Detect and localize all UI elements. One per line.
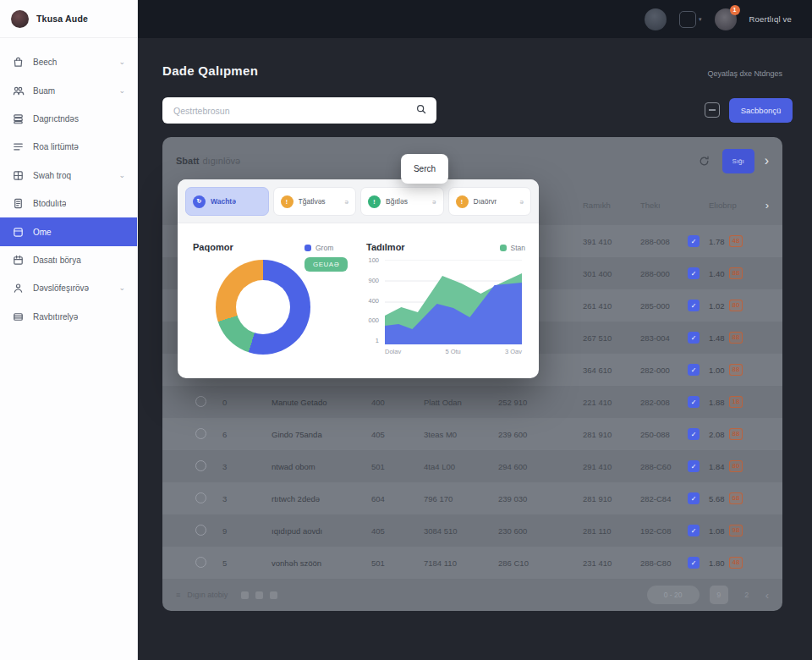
- column-header: Ramıkh: [583, 201, 640, 210]
- notification-badge: 1: [730, 5, 740, 15]
- create-button[interactable]: Sacbbonçü: [729, 98, 793, 123]
- sidebar-item[interactable]: Roa lirtümtə ⌄: [0, 133, 137, 161]
- cell-value-4: 283-004: [640, 333, 688, 343]
- row-checkbox[interactable]: [195, 428, 206, 439]
- sidebar-item[interactable]: Buam ⌄: [0, 76, 137, 104]
- table-row[interactable]: 3 rtıtwch 2dedə 604 796 170 239 030 281 …: [162, 482, 782, 514]
- cell-price: 1.40: [709, 269, 725, 278]
- pagination-prev-icon[interactable]: ‹: [765, 589, 769, 602]
- footer-label: Dıgın atobiy: [187, 591, 228, 599]
- row-flag-checkbox[interactable]: ✓: [688, 300, 700, 311]
- chip-extra-icon: ə: [520, 198, 524, 206]
- sidebar-user[interactable]: Tkusa Aude: [0, 0, 137, 38]
- user-avatar[interactable]: 1: [715, 8, 737, 30]
- table-row[interactable]: 3 ntwad obom 501 4ta4 L00 294 600 291 41…: [162, 450, 782, 482]
- chip-label: Bğıtləs: [386, 197, 408, 206]
- row-flag-checkbox[interactable]: ✓: [688, 235, 700, 247]
- caret-down-icon: ▾: [699, 16, 702, 23]
- filter-chip[interactable]: ! Dıaörvr ə: [448, 187, 532, 216]
- cell-num: 501: [371, 558, 424, 568]
- table-row[interactable]: 6 Gindo 75anda 405 3teas M0 239 600 281 …: [162, 418, 782, 450]
- cell-name: rtıtwch 2dedə: [272, 494, 371, 503]
- cell-value-1: 3teas M0: [424, 430, 498, 439]
- table-row[interactable]: 0 Manute Getado 400 Platt Odan 252 910 2…: [162, 386, 782, 418]
- filter-chip[interactable]: ! Tğatlvəs ə: [273, 187, 357, 216]
- footer-mini-icon[interactable]: [241, 591, 249, 599]
- cell-value-1: 3084 510: [424, 526, 498, 536]
- row-checkbox[interactable]: [195, 492, 206, 503]
- cell-value-2: 252 910: [498, 398, 583, 407]
- area-chart-title: Tadılmor: [366, 242, 405, 252]
- row-flag-checkbox[interactable]: ✓: [688, 428, 700, 440]
- x-tick-label: 3 Oav: [505, 348, 522, 355]
- sidebar-item[interactable]: Swah troq ⌄: [0, 162, 137, 190]
- row-flag-checkbox[interactable]: ✓: [688, 525, 700, 536]
- sidebar-item[interactable]: Dəvslöfeşırövə ⌄: [0, 274, 137, 302]
- main-content: Dade Qalıpmen Qeyatlaş dxe Ntdnges Sacbb…: [138, 38, 812, 660]
- table-row[interactable]: 5 vonhəh szöön 501 7184 110 286 C10 231 …: [162, 547, 782, 579]
- cell-id: 9: [222, 526, 272, 536]
- search-tooltip: Serch: [401, 154, 448, 184]
- view-toggle-button[interactable]: [705, 102, 720, 118]
- pagination-range[interactable]: 0 - 20: [647, 586, 700, 604]
- row-checkbox[interactable]: [195, 557, 206, 568]
- panel-action-button[interactable]: Sığı: [722, 149, 754, 173]
- row-flag-checkbox[interactable]: ✓: [688, 332, 700, 344]
- cell-value-3: 267 510: [583, 333, 640, 343]
- refresh-icon[interactable]: [697, 153, 712, 168]
- search-icon[interactable]: [415, 103, 427, 118]
- area-x-axis: Dolav5 Otu3 Oav: [385, 348, 522, 355]
- topbar-avatar-icon[interactable]: [645, 8, 667, 30]
- sidebar-item[interactable]: Btodulıtə ⌄: [0, 190, 137, 217]
- topbar-user-label[interactable]: Roertlıql ve: [749, 14, 792, 24]
- row-flag-checkbox[interactable]: ✓: [688, 267, 700, 279]
- pagination-current[interactable]: 9: [710, 586, 728, 604]
- header-scroll-icon[interactable]: ›: [755, 199, 769, 212]
- bag-icon: [12, 56, 25, 69]
- avatar: [11, 10, 29, 28]
- x-tick-label: Dolav: [385, 348, 401, 355]
- row-flag-checkbox[interactable]: ✓: [688, 364, 700, 376]
- cell-num: 604: [371, 494, 424, 503]
- row-flag-checkbox[interactable]: ✓: [688, 460, 700, 472]
- row-checkbox[interactable]: [195, 525, 206, 536]
- sidebar-item[interactable]: Dasatı börya ⌄: [0, 246, 137, 274]
- sidebar-item[interactable]: Beech ⌄: [0, 48, 137, 76]
- row-flag-checkbox[interactable]: ✓: [688, 557, 700, 569]
- panel-next-icon[interactable]: ›: [765, 154, 769, 168]
- area-chart: [385, 260, 522, 344]
- page-title: Dade Qalıpmen: [162, 63, 258, 78]
- row-flag-checkbox[interactable]: ✓: [688, 396, 700, 408]
- filter-chip[interactable]: ↻ Wachtə: [185, 187, 269, 216]
- menu-icon: ≡: [176, 591, 180, 599]
- cell-value-1: 7184 110: [424, 558, 498, 568]
- sidebar-item[interactable]: Dagrıctndəs ⌄: [0, 105, 137, 133]
- donut-chart: [216, 260, 310, 355]
- cell-value-3: 391 410: [583, 237, 640, 246]
- topbar-apps-button[interactable]: ▾: [679, 11, 702, 28]
- filter-chip[interactable]: ! Bğıtləs ə: [360, 187, 444, 216]
- cell-badge: 88: [729, 428, 743, 440]
- chip-row: ↻ Wachtə ! Tğatlvəs ə ! Bğıtləs ə ! Dıaö…: [178, 179, 539, 223]
- cell-price: 1.00: [709, 366, 725, 375]
- search-bar: [162, 97, 436, 124]
- cell-badge: 80: [729, 460, 743, 472]
- cell-value-3: 291 410: [583, 462, 640, 471]
- sidebar-item[interactable]: Ome ⌄: [0, 217, 137, 245]
- footer-mini-icon[interactable]: [255, 591, 263, 599]
- search-input[interactable]: [172, 105, 409, 117]
- sidebar-item-label: Btodulıtə: [33, 199, 66, 208]
- row-flag-checkbox[interactable]: ✓: [688, 492, 700, 504]
- table-row[interactable]: 9 ıqıdıpud aovdı 405 3084 510 230 600 28…: [162, 514, 782, 547]
- row-checkbox[interactable]: [195, 460, 206, 471]
- footer-mini-icon[interactable]: [270, 591, 277, 599]
- box-icon: [12, 226, 25, 239]
- row-checkbox[interactable]: [195, 396, 206, 407]
- sidebar-item[interactable]: Ravbıtırelyə ⌄: [0, 303, 137, 331]
- pagination-next[interactable]: 2: [738, 586, 755, 603]
- cell-value-4: 282-000: [640, 366, 688, 375]
- chip-label: Tğatlvəs: [299, 197, 326, 206]
- sidebar-item-label: Ravbıtırelyə: [33, 312, 78, 322]
- chip-status-icon: !: [368, 195, 381, 208]
- chevron-down-icon: ⌄: [118, 172, 125, 179]
